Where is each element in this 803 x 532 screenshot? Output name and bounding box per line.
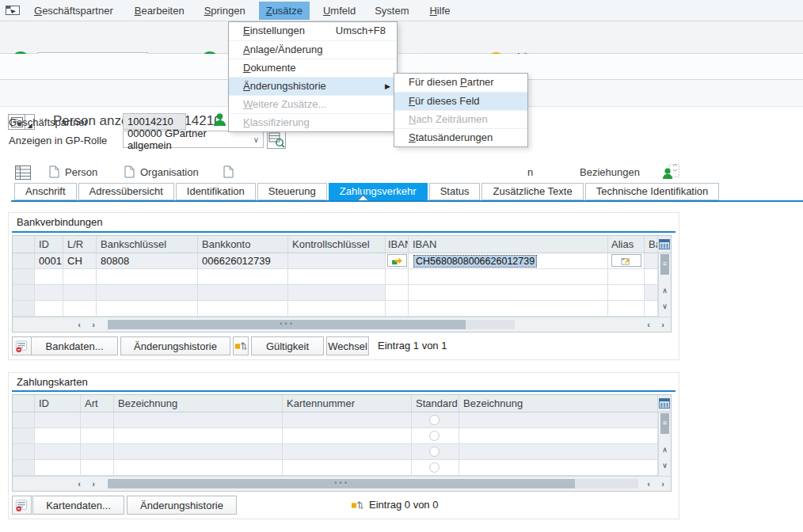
resequence-button[interactable]	[233, 336, 249, 355]
session-window-icon[interactable]	[5, 4, 21, 17]
tab-zusaetzliche-texte[interactable]: Zusätzliche Texte	[481, 183, 583, 200]
submenu-item-fuer-diesen-partner[interactable]: Für diesen Partner	[394, 74, 527, 92]
tab-steuerung[interactable]: Steuerung	[257, 183, 327, 200]
tab-person[interactable]: Person	[49, 165, 97, 178]
submenu-item-fuer-dieses-feld[interactable]: Für dieses Feld	[394, 92, 527, 110]
scroll-left-icon[interactable]: ‹	[73, 478, 86, 489]
cards-resequence-button[interactable]	[349, 496, 365, 515]
cards-table-row[interactable]	[13, 460, 671, 476]
standard-radio[interactable]	[429, 462, 440, 473]
scrollbar-thumb[interactable]: ≡	[660, 413, 669, 434]
tab-gruppe-document-icon[interactable]	[223, 165, 234, 181]
kartendaten-button[interactable]: Kartendaten...	[32, 496, 124, 515]
scrollbar-thumb[interactable]: ≡	[660, 254, 669, 275]
iban-expand-button[interactable]	[387, 254, 407, 267]
shortcut-label: Umsch+F8	[336, 22, 386, 40]
tab-zahlungsverkehr[interactable]: Zahlungsverkehr	[329, 183, 428, 200]
cards-vertical-scrollbar[interactable]: ≡ ∧ ∨	[658, 412, 671, 476]
beziehungen-button[interactable]: Beziehungen	[580, 166, 640, 178]
scroll-right-icon[interactable]: ›	[656, 319, 669, 330]
scroll-right-icon[interactable]: ›	[87, 478, 100, 489]
scroll-left-icon[interactable]: ‹	[642, 319, 655, 330]
submenu-item-statusaenderungen[interactable]: Statusänderungen	[394, 128, 527, 146]
document-icon	[49, 165, 59, 178]
cards-entry-count: Eintrag 0 von 0	[369, 496, 438, 515]
menu-item-klassifizierung[interactable]: Klassifizierung	[229, 113, 397, 131]
role-search-button[interactable]	[267, 130, 286, 149]
menu-item-aenderungshistorie[interactable]: Änderungshistorie ▶	[229, 77, 397, 95]
delete-card-entry-button[interactable]	[12, 496, 32, 515]
cell-bankkonto[interactable]: 006626012739	[198, 253, 288, 269]
cards-aenderungshistorie-button[interactable]: Änderungshistorie	[127, 496, 237, 515]
menu-item-anlage-aenderung[interactable]: Anlage/Änderung	[229, 40, 397, 59]
bank-group: Bankverbindungen ID L/R Bankschlüssel Ba…	[8, 212, 679, 360]
bankdaten-button[interactable]: Bankdaten...	[31, 336, 118, 355]
partially-hidden-toolbar-label[interactable]: n	[527, 166, 533, 178]
tab-status[interactable]: Status	[429, 183, 481, 200]
menubar-item-hilfe[interactable]: Hilfe	[422, 2, 457, 20]
standard-radio[interactable]	[429, 431, 440, 441]
role-select[interactable]: 000000 GPartner allgemein∨	[123, 131, 264, 148]
scrollbar-thumb[interactable]: ···	[108, 479, 575, 488]
scroll-left-icon[interactable]: ‹	[642, 478, 655, 489]
scroll-right-icon[interactable]: ›	[87, 319, 100, 330]
standard-radio[interactable]	[429, 446, 440, 457]
menubar-item-zusaetze[interactable]: Zusätze	[259, 2, 310, 20]
chevron-down-icon: ∨	[253, 135, 259, 144]
standard-radio[interactable]	[429, 415, 440, 425]
alias-button[interactable]	[611, 254, 641, 267]
scroll-down-icon[interactable]: ∨	[659, 302, 671, 310]
bank-table-row[interactable]	[13, 285, 671, 301]
tab-identifikation[interactable]: Identifikation	[176, 183, 256, 200]
scroll-up-icon[interactable]: ∧	[659, 287, 671, 294]
cell-lr[interactable]: CH	[63, 253, 97, 269]
submenu-item-nach-zeitraeumen[interactable]: Nach Zeiträumen	[394, 110, 527, 128]
bank-table-row[interactable]: 0001 CH 80808 006626012739 CH56808080066…	[13, 253, 671, 269]
cards-table-row[interactable]	[13, 428, 671, 444]
menubar-item-umfeld[interactable]: Umfeld	[316, 2, 363, 20]
bank-table-config-button[interactable]	[658, 236, 671, 253]
menubar-item-system[interactable]: System	[367, 2, 416, 20]
locator-on-off-icon[interactable]	[15, 165, 31, 183]
cell-bankschluessel[interactable]: 80808	[97, 253, 198, 269]
bank-group-title: Bankverbindungen	[17, 216, 102, 228]
bank-table-row[interactable]	[13, 301, 671, 317]
cards-table-row[interactable]	[13, 444, 671, 460]
delete-row-icon	[15, 499, 29, 512]
wechsel-button[interactable]: Wechsel	[326, 336, 369, 355]
scroll-right-icon[interactable]: ›	[656, 478, 669, 489]
cards-table-config-button[interactable]	[658, 395, 671, 412]
switch-partner-icon[interactable]	[662, 162, 681, 184]
menu-item-dokumente[interactable]: Dokumente	[229, 59, 397, 77]
gueltigkeit-button[interactable]: Gültigkeit	[251, 336, 324, 355]
cell-iban[interactable]: CH5680808006626012739	[409, 253, 608, 269]
scrollbar-thumb[interactable]: ···	[108, 320, 466, 329]
bank-table-row[interactable]	[13, 269, 671, 285]
tab-adressuebersicht[interactable]: Adressübersicht	[78, 183, 174, 200]
cards-horizontal-scrollbar[interactable]: ‹ › ··· ‹ ›	[13, 476, 671, 491]
delete-bank-entry-button[interactable]	[12, 336, 32, 355]
tab-organisation[interactable]: Organisation	[124, 165, 199, 178]
menu-item-weitere-zusaetze[interactable]: Weitere Zusätze...	[229, 95, 397, 113]
menu-bar: Geschäftspartner Bearbeiten Springen Zus…	[0, 0, 803, 21]
menubar-item-bearbeiten[interactable]: Bearbeiten	[127, 2, 192, 20]
table-settings-icon	[659, 239, 670, 249]
delete-row-icon	[15, 340, 29, 353]
menu-item-einstellungen[interactable]: Einstellungen Umsch+F8	[229, 22, 397, 40]
bank-vertical-scrollbar[interactable]: ≡ ∧ ∨	[658, 253, 671, 317]
scroll-down-icon[interactable]: ∨	[659, 462, 671, 469]
tab-anschrift[interactable]: Anschrift	[14, 183, 77, 200]
scroll-up-icon[interactable]: ∧	[659, 446, 671, 454]
bank-title-underline	[12, 231, 676, 233]
tab-technische-identifikation[interactable]: Technische Identifikation	[585, 183, 720, 200]
cell-id[interactable]: 0001	[35, 253, 63, 269]
iban-selected-value[interactable]: CH5680808006626012739	[413, 255, 537, 268]
menubar-item-springen[interactable]: Springen	[197, 2, 253, 20]
cards-table-row[interactable]	[13, 412, 671, 428]
bank-aenderungshistorie-button[interactable]: Änderungshistorie	[120, 336, 230, 355]
row-selector[interactable]	[13, 253, 35, 269]
menubar-item-geschaeftspartner[interactable]: Geschäftspartner	[27, 2, 120, 20]
cards-table: ID Art Bezeichnung Kartennummer Standard…	[12, 394, 672, 492]
bank-horizontal-scrollbar[interactable]: ‹ › ··· ‹ ›	[13, 317, 671, 332]
scroll-left-icon[interactable]: ‹	[73, 319, 86, 330]
